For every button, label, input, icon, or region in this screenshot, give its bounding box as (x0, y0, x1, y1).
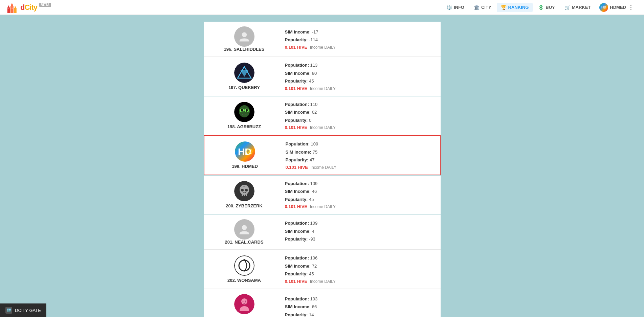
svg-point-13 (242, 32, 246, 37)
stats-section: Population: 110 SIM Income: 62 Popularit… (278, 101, 434, 130)
table-row[interactable]: 201. NEAL.CARDS Population: 109 SIM Inco… (204, 214, 441, 250)
hive-amount: 0.101 HIVE (285, 45, 308, 50)
stat-population: Population: 109 (286, 141, 433, 148)
svg-rect-7 (8, 8, 8, 8)
stat-sim-income: SIM Income: 66 (285, 303, 434, 310)
table-row[interactable]: 197. QUEKERY Population: 113 SIM Income:… (204, 57, 441, 96)
stat-population: Population: 106 (285, 255, 434, 262)
svg-rect-3 (11, 4, 13, 6)
table-row[interactable]: 200. ZYBERZERK Population: 109 SIM Incom… (204, 176, 441, 214)
stats-section: Population: 109 SIM Income: 4 Popularity… (278, 220, 434, 244)
nav-ranking[interactable]: 🏆 RANKING (497, 3, 533, 12)
player-section: 196. SALLHIDDLES (210, 26, 278, 52)
stats-section: Population: 109 SIM Income: 46 Popularit… (278, 180, 434, 209)
player-name: 197. QUEKERY (228, 85, 260, 90)
table-row-highlighted[interactable]: HD 199. HDMED Population: 109 SIM Income… (204, 135, 441, 175)
beta-badge: BETA (39, 3, 51, 7)
player-section: 203. HENLICPS (210, 294, 278, 317)
avatar (234, 102, 254, 122)
ranking-container: 196. SALLHIDDLES SIM Income: -17 Popular… (204, 22, 441, 317)
nav-market[interactable]: 🛒 MARKET (560, 3, 595, 12)
svg-point-30 (243, 186, 245, 187)
svg-rect-10 (12, 7, 13, 7)
avatar (234, 219, 254, 240)
svg-rect-27 (246, 193, 247, 196)
svg-point-35 (242, 300, 243, 301)
stat-sim-income: SIM Income: 80 (285, 70, 434, 77)
stat-popularity: Popularity: 14 (285, 312, 434, 317)
stats-section: Population: 106 SIM Income: 72 Popularit… (278, 255, 434, 284)
stat-sim-income: SIM Income: -17 (285, 29, 434, 36)
hdmed-menu-icon: ⋮ (628, 4, 634, 11)
stat-population: Population: 109 (285, 220, 434, 227)
info-icon: ⚖️ (446, 5, 452, 10)
svg-point-36 (245, 300, 246, 301)
table-row[interactable]: 203. HENLICPS Population: 103 SIM Income… (204, 289, 441, 317)
stats-section: Population: 109 SIM Income: 75 Popularit… (279, 141, 433, 170)
stat-popularity: Popularity: 45 (285, 196, 434, 203)
svg-point-29 (245, 189, 248, 191)
stat-sim-income: SIM Income: 4 (285, 228, 434, 235)
svg-point-33 (243, 259, 245, 261)
svg-rect-25 (242, 193, 243, 196)
player-section: 200. ZYBERZERK (210, 181, 278, 208)
nav-items: ⚖️ INFO 🏛️ CITY 🏆 RANKING 💲 BUY 🛒 MARKET… (442, 2, 637, 13)
stats-section: SIM Income: -17 Popularity: -114 0.101 H… (278, 29, 434, 50)
nav-city[interactable]: 🏛️ CITY (470, 3, 495, 12)
stat-population: Population: 113 (285, 62, 434, 69)
svg-rect-26 (244, 193, 245, 196)
svg-rect-6 (15, 6, 16, 8)
city-icon: 🏛️ (474, 5, 480, 10)
income-label: Income DAILY (310, 204, 336, 209)
main-wrapper: 196. SALLHIDDLES SIM Income: -17 Popular… (0, 15, 644, 317)
dcity-gate-icon: 🏙️ (5, 307, 12, 314)
buy-icon: 💲 (538, 5, 544, 10)
income-line: 0.101 HIVE Income DAILY (285, 204, 434, 209)
player-section: 198. AGR8BUZZ (210, 102, 278, 129)
stat-sim-income: SIM Income: 75 (286, 149, 433, 156)
stat-population: Population: 103 (285, 296, 434, 302)
income-label: Income DAILY (310, 279, 336, 284)
stat-popularity: Popularity: -93 (285, 236, 434, 243)
player-section: 202. WONSAMA (210, 255, 278, 283)
svg-point-28 (241, 189, 244, 191)
income-label: Income DAILY (310, 86, 336, 91)
stat-popularity: Popularity: 47 (286, 157, 433, 163)
player-name: 198. AGR8BUZZ (227, 124, 261, 129)
income-line: 0.101 HIVE Income DAILY (285, 279, 434, 284)
nav-buy[interactable]: 💲 BUY (534, 3, 559, 12)
stat-population: Population: 110 (285, 101, 434, 108)
svg-marker-15 (240, 70, 248, 77)
logo-text: dCity (20, 3, 37, 12)
svg-rect-12 (12, 8, 13, 8)
avatar: HD (235, 141, 255, 162)
navbar: dCity BETA ⚖️ INFO 🏛️ CITY 🏆 RANKING 💲 B… (0, 0, 644, 15)
income-line: 0.101 HIVE Income DAILY (285, 45, 434, 50)
market-icon: 🛒 (564, 5, 570, 10)
hive-amount: 0.101 HIVE (285, 204, 308, 209)
table-row[interactable]: 202. WONSAMA Population: 106 SIM Income:… (204, 250, 441, 289)
svg-point-31 (242, 225, 246, 230)
income-line: 0.101 HIVE Income DAILY (286, 165, 433, 170)
svg-rect-8 (8, 8, 9, 8)
svg-rect-11 (11, 8, 12, 8)
hive-amount: 0.101 HIVE (285, 279, 308, 284)
player-name: 201. NEAL.CARDS (225, 240, 263, 245)
nav-info[interactable]: ⚖️ INFO (442, 3, 468, 12)
stats-section: Population: 113 SIM Income: 80 Popularit… (278, 62, 434, 91)
table-row[interactable]: 196. SALLHIDDLES SIM Income: -17 Popular… (204, 22, 441, 57)
stat-sim-income: SIM Income: 62 (285, 109, 434, 116)
income-label: Income DAILY (310, 45, 336, 50)
hdmed-avatar: HD (599, 3, 608, 12)
stat-popularity: Popularity: -114 (285, 37, 434, 43)
income-label: Income DAILY (311, 165, 336, 170)
hive-amount: 0.101 HIVE (285, 125, 308, 130)
player-name: 199. HDMED (232, 164, 258, 169)
stat-popularity: Popularity: 0 (285, 117, 434, 124)
avatar (234, 63, 254, 83)
svg-rect-5 (14, 8, 17, 13)
player-section: 197. QUEKERY (210, 63, 278, 90)
table-row[interactable]: 198. AGR8BUZZ Population: 110 SIM Income… (204, 96, 441, 135)
nav-hdmed[interactable]: HD HDMED ⋮ (596, 2, 637, 13)
bottom-bar[interactable]: 🏙️ DCITY GATE (0, 303, 46, 317)
